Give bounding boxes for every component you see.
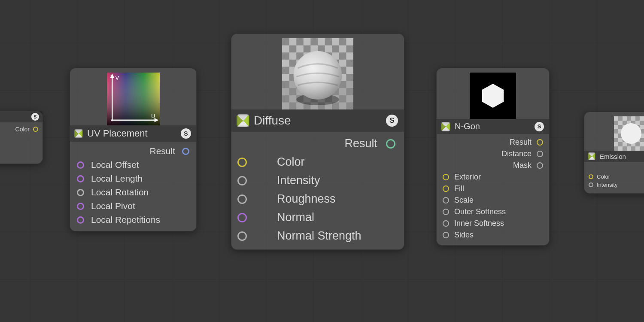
node-titlebar[interactable]: N-Gon S [437,119,549,134]
socket-input-icon[interactable] [77,189,84,196]
solo-badge-icon[interactable]: S [181,128,191,139]
socket-input-icon[interactable] [443,220,449,227]
input-row-normal[interactable]: Normal [231,208,404,227]
input-label: Color [597,173,610,180]
material-cube-icon [237,114,249,127]
svg-marker-13 [482,84,504,108]
node-ngon[interactable]: N-Gon S Result Distance Mask Exterior Fi… [436,68,550,246]
node-emission[interactable]: Emission Res Color Intensity [584,112,644,194]
input-row-outer-softness[interactable]: Outer Softness [437,206,549,218]
node-preview: V U [70,68,196,125]
svg-point-14 [621,123,641,144]
node-titlebar[interactable]: ection S [0,111,43,122]
input-row-local-offset[interactable]: Local Offset [70,158,196,172]
socket-output-icon[interactable] [182,148,189,155]
output-row-distance[interactable]: Distance [437,148,549,160]
socket-input-icon[interactable] [589,182,593,187]
node-titlebar[interactable]: Emission [584,151,644,162]
socket-input-icon[interactable] [237,176,247,185]
input-row-scale[interactable]: Scale [437,194,549,206]
input-row-local-rotation[interactable]: Local Rotation [70,185,196,199]
input-label: Fill [454,184,464,193]
solo-badge-icon[interactable]: S [535,122,544,131]
material-cube-icon [441,122,450,131]
socket-input-icon[interactable] [77,161,84,169]
input-row-color[interactable]: Color [584,173,644,181]
node-titlebar[interactable]: Diffuse S [231,109,404,132]
node-titlebar[interactable]: UV Placement S [70,125,196,142]
input-label: Intensity [277,174,320,187]
material-sphere-preview-icon [282,38,353,109]
solo-badge-icon[interactable]: S [31,113,39,121]
socket-input-icon[interactable] [589,174,593,179]
socket-input-icon[interactable] [237,194,247,204]
output-label: Result [510,138,532,147]
socket-output-icon[interactable] [537,139,543,146]
input-label: Normal Strength [277,229,361,243]
input-row-fill[interactable]: Fill [437,183,549,194]
node-title: N-Gon [455,122,480,131]
input-row-color[interactable]: Color [231,153,404,171]
output-row[interactable]: Color [0,125,43,134]
output-label: Distance [501,149,532,158]
node-diffuse[interactable]: Diffuse S Result Color Intensity Roughne… [231,33,404,250]
output-row-result[interactable]: Result [70,144,196,158]
ngon-preview-icon [470,73,516,119]
material-cube-icon [74,129,83,138]
output-row-result[interactable]: Result [231,134,404,153]
socket-input-icon[interactable] [237,213,247,222]
input-label: Exterior [454,173,481,182]
output-row-result[interactable]: Result [437,137,549,148]
input-label: Sides [454,231,474,240]
input-label: Local Offset [91,160,139,170]
input-row-inner-softness[interactable]: Inner Softness [437,218,549,229]
socket-input-icon[interactable] [77,216,84,224]
socket-output-icon[interactable] [537,162,543,169]
input-label: Local Rotation [91,187,149,197]
input-label: Outer Softness [454,207,506,216]
input-row[interactable] [0,134,43,159]
node-preview [231,34,404,109]
solo-badge-icon[interactable]: S [386,115,398,127]
input-row-intensity[interactable]: Intensity [231,171,404,190]
input-label: Local Pivot [91,201,135,211]
output-label: Color [15,126,30,133]
input-label: Inner Softness [454,219,504,228]
node-partial-left[interactable]: ection S Color [0,111,43,164]
socket-output-icon[interactable] [33,127,38,132]
socket-input-icon[interactable] [237,231,247,241]
input-row-sides[interactable]: Sides [437,229,549,241]
input-label: Local Length [91,173,143,184]
node-uv-placement[interactable]: V U UV Placement S Result Local Offset L… [70,68,197,231]
socket-input-icon[interactable] [443,174,449,180]
socket-input-icon[interactable] [237,158,247,167]
u-axis-label: U [151,113,155,119]
uv-gradient-preview-icon: V U [107,73,160,125]
socket-input-icon[interactable] [443,232,449,238]
emission-preview-icon [614,116,644,151]
node-preview [584,112,644,151]
socket-input-icon[interactable] [77,203,84,210]
node-title: Emission [600,153,626,160]
input-row-intensity[interactable]: Intensity [584,181,644,189]
input-row-normal-strength[interactable]: Normal Strength [231,227,404,245]
output-row-mask[interactable]: Mask [437,160,549,171]
input-row-exterior[interactable]: Exterior [437,171,549,183]
input-row-roughness[interactable]: Roughness [231,190,404,208]
input-label: Normal [277,211,314,224]
socket-input-icon[interactable] [77,175,84,182]
socket-output-icon[interactable] [386,139,395,149]
output-row-result[interactable]: Res [584,164,644,173]
socket-input-icon[interactable] [443,197,449,204]
socket-input-icon[interactable] [443,209,449,215]
input-row-local-repetitions[interactable]: Local Repetitions [70,213,196,227]
input-row-local-length[interactable]: Local Length [70,172,196,185]
socket-output-icon[interactable] [537,151,543,157]
output-label: Result [344,137,377,150]
input-label: Roughness [277,192,336,206]
socket-input-icon[interactable] [443,185,449,192]
output-label: Mask [513,161,532,170]
node-title: Diffuse [254,114,291,128]
input-label: Color [277,155,305,169]
input-row-local-pivot[interactable]: Local Pivot [70,199,196,213]
